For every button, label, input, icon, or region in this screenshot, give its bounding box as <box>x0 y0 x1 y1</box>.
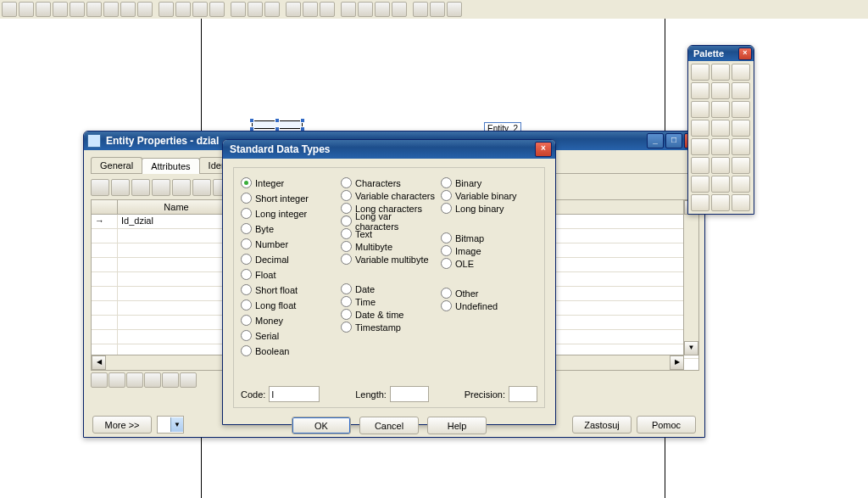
radio-variable-characters[interactable]: Variable characters <box>341 189 437 202</box>
precision-input[interactable] <box>509 386 537 402</box>
tab-general[interactable]: General <box>91 157 142 173</box>
length-input[interactable] <box>390 386 429 402</box>
paste-icon[interactable] <box>86 2 102 17</box>
radio-long-float[interactable]: Long float <box>241 299 337 311</box>
process-icon[interactable] <box>691 157 709 174</box>
close-button[interactable]: × <box>738 48 752 60</box>
radio-decimal[interactable]: Decimal <box>241 253 337 266</box>
paste-icon[interactable] <box>732 101 750 118</box>
print-icon[interactable] <box>137 2 153 17</box>
save-icon[interactable] <box>36 2 51 17</box>
view-icon[interactable] <box>711 138 730 155</box>
radio-long-var-characters[interactable]: Long var characters <box>341 215 437 227</box>
cell-name[interactable]: Id_dzial <box>118 215 236 228</box>
radio-boolean[interactable]: Boolean <box>241 344 337 357</box>
first-row-icon[interactable] <box>91 372 108 388</box>
radio-date-time[interactable]: Date & time <box>341 308 437 321</box>
ok-button[interactable]: OK <box>292 417 351 434</box>
radio-characters[interactable]: Characters <box>341 176 437 189</box>
entity-icon[interactable] <box>691 120 709 137</box>
layer3-icon[interactable] <box>447 2 462 17</box>
undo-icon[interactable] <box>103 2 119 17</box>
store-icon[interactable] <box>732 157 750 174</box>
hand-icon[interactable] <box>711 64 730 81</box>
zoom-area-icon[interactable] <box>732 82 750 99</box>
pointer-icon[interactable] <box>691 64 709 81</box>
tab-attributes[interactable]: Attributes <box>142 158 199 174</box>
polygon-icon[interactable] <box>711 194 730 211</box>
align-right-icon[interactable] <box>320 2 335 17</box>
cancel-button[interactable]: Cancel <box>359 417 419 434</box>
radio-number[interactable]: Number <box>241 238 337 250</box>
selected-entity[interactable] <box>252 120 303 129</box>
radio-ole[interactable]: OLE <box>441 257 537 270</box>
flow-icon[interactable] <box>711 157 730 174</box>
zoom-in-icon[interactable] <box>691 82 709 99</box>
radio-timestamp[interactable]: Timestamp <box>341 321 437 333</box>
add-attr-icon[interactable] <box>91 179 109 196</box>
radio-bitmap[interactable]: Bitmap <box>441 232 537 244</box>
inheritance-icon[interactable] <box>691 138 709 155</box>
radio-float[interactable]: Float <box>241 268 337 281</box>
link-icon[interactable] <box>711 120 730 137</box>
zoom-out-icon[interactable] <box>711 82 730 99</box>
radio-long-integer[interactable]: Long integer <box>241 207 337 220</box>
layer1-icon[interactable] <box>413 2 428 17</box>
radio-variable-binary[interactable]: Variable binary <box>441 189 537 202</box>
fit-icon[interactable] <box>264 2 280 17</box>
window3-icon[interactable] <box>375 2 390 17</box>
radio-multibyte[interactable]: Multibyte <box>341 240 437 253</box>
radio-image[interactable]: Image <box>441 244 537 257</box>
copy-icon[interactable] <box>711 101 730 118</box>
prev-row-icon[interactable] <box>108 372 125 388</box>
radio-serial[interactable]: Serial <box>241 329 337 342</box>
package-icon[interactable] <box>732 120 750 137</box>
palette-titlebar[interactable]: Palette × <box>688 46 754 61</box>
grid-vscroll[interactable]: ▲ ▼ <box>683 200 698 355</box>
last-row-icon[interactable] <box>144 372 161 388</box>
redo-icon[interactable] <box>120 2 136 17</box>
key-icon[interactable] <box>209 2 225 17</box>
radio-short-float[interactable]: Short float <box>241 283 337 296</box>
minimize-button[interactable]: _ <box>647 133 664 148</box>
filter-icon[interactable] <box>152 179 170 196</box>
move-up-icon[interactable] <box>162 372 179 388</box>
radio-integer[interactable]: Integer <box>241 176 337 189</box>
cut-icon[interactable] <box>53 2 68 17</box>
align-left-icon[interactable] <box>286 2 301 17</box>
scroll-left-button[interactable]: ◀ <box>92 355 106 370</box>
zoom-icon[interactable] <box>732 64 750 81</box>
radio-undefined[interactable]: Undefined <box>441 299 537 312</box>
radio-time[interactable]: Time <box>341 295 437 308</box>
table-icon[interactable] <box>175 2 191 17</box>
layer2-icon[interactable] <box>430 2 445 17</box>
scroll-right-button[interactable]: ▶ <box>670 355 684 370</box>
move-down-icon[interactable] <box>180 372 197 388</box>
col-row-marker[interactable] <box>92 200 118 214</box>
note-icon[interactable] <box>732 138 750 155</box>
curve-icon[interactable] <box>711 176 730 193</box>
help-button[interactable]: Help <box>427 417 487 434</box>
radio-binary[interactable]: Binary <box>441 176 537 189</box>
help-button[interactable]: Pomoc <box>637 416 696 434</box>
radio-variable-multibyte[interactable]: Variable multibyte <box>341 253 437 266</box>
radio-long-binary[interactable]: Long binary <box>441 202 537 215</box>
sort-icon[interactable] <box>172 179 191 196</box>
radio-short-integer[interactable]: Short integer <box>241 192 337 204</box>
insert-attr-icon[interactable] <box>111 179 130 196</box>
next-row-icon[interactable] <box>126 372 143 388</box>
window1-icon[interactable] <box>341 2 356 17</box>
radio-other[interactable]: Other <box>441 287 537 299</box>
zoom-in-icon[interactable] <box>231 2 246 17</box>
props-icon[interactable] <box>192 179 211 196</box>
radio-date[interactable]: Date <box>341 283 437 295</box>
close-button[interactable]: × <box>535 142 552 157</box>
line-icon[interactable] <box>691 176 709 193</box>
connector-icon[interactable] <box>732 176 750 193</box>
align-center-icon[interactable] <box>303 2 318 17</box>
window2-icon[interactable] <box>358 2 373 17</box>
code-input[interactable] <box>269 386 320 402</box>
radio-byte[interactable]: Byte <box>241 222 337 235</box>
more-button[interactable]: More >> <box>92 416 152 434</box>
types-titlebar[interactable]: Standard Data Types × <box>223 140 555 159</box>
